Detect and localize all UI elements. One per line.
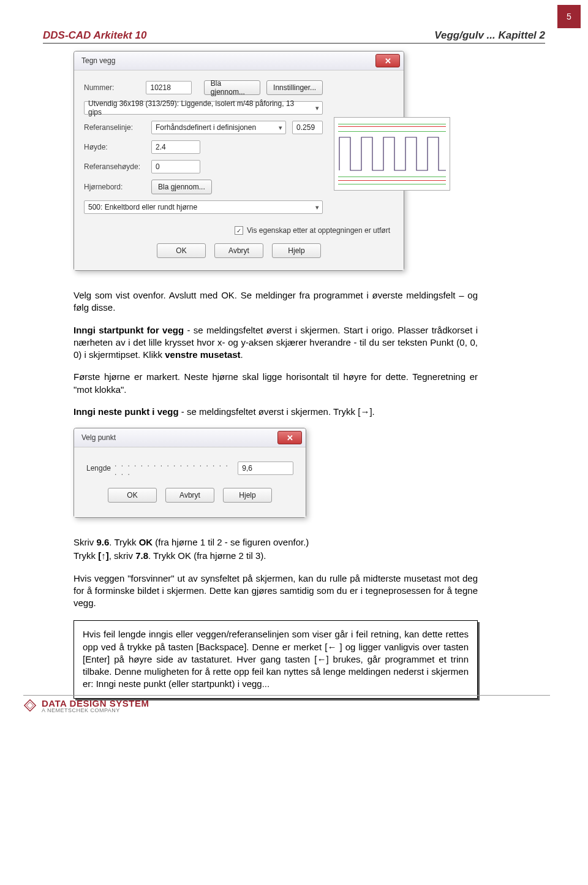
para-4: Inngi neste punkt i vegg - se meldingsfe… (74, 406, 478, 418)
svg-marker-1 (27, 702, 34, 709)
lengde-input[interactable]: 9,6 (238, 461, 293, 475)
dialog2-avbryt-button[interactable]: Avbryt (165, 488, 214, 503)
referanselinje-num[interactable]: 0.259 (292, 121, 323, 134)
dialog2-close-button[interactable]: ✕ (277, 431, 302, 444)
show-props-label: Vis egenskap etter at opptegningen er ut… (247, 226, 390, 235)
bla-gjennom-button[interactable]: Bla gjennom... (204, 80, 260, 95)
dialog2-hjelp-button[interactable]: Hjelp (223, 488, 272, 503)
para-5: Skriv 9.6. Trykk OK (fra hjørne 1 til 2 … (74, 536, 478, 549)
innstillinger-button[interactable]: Innstillinger... (266, 80, 323, 95)
referanselinje-label: Referanselinje: (84, 123, 145, 132)
dialog2-ok-button[interactable]: OK (108, 488, 157, 503)
header-left: DDS-CAD Arkitekt 10 (43, 29, 146, 42)
type-dropdown[interactable]: Utvendig 36x198 (313/259): Liggende, iso… (84, 101, 323, 115)
page-number: 5 (557, 5, 581, 28)
para-7: Hvis veggen "forsvinner" ut av synsfelte… (74, 572, 478, 610)
referanselinje-dropdown[interactable]: Forhåndsdefinert i definisjonen (151, 121, 286, 134)
avbryt-button[interactable]: Avbryt (214, 243, 263, 258)
hjornebord-bla-gjennom[interactable]: Bla gjennom... (151, 180, 212, 194)
wall-preview (334, 117, 450, 191)
refh-label: Referansehøyde: (84, 162, 145, 171)
hjornebord-dropdown[interactable]: 500: Enkeltbord eller rundt hjørne (84, 200, 323, 214)
lengde-dots: . . . . . . . . . . . . . . . . . . . . … (115, 460, 234, 477)
nummer-label: Nummer: (84, 83, 140, 92)
dialog-title: Tegn vegg (81, 56, 115, 65)
lengde-label: Lengde (86, 464, 111, 473)
page-footer: DATA DESIGN SYSTEM A NEMETSCHEK COMPANY (23, 695, 550, 713)
para-6: Trykk [↑], skriv 7.8. Trykk OK (fra hjør… (74, 550, 478, 562)
dialog2-title: Velg punkt (81, 433, 116, 442)
note-box: Hvis feil lengde inngis eller veggen/ref… (74, 620, 478, 698)
page-header: DDS-CAD Arkitekt 10 Vegg/gulv ... Kapitt… (43, 29, 545, 44)
dds-logo-icon (23, 699, 37, 712)
footer-brand: DATA DESIGN SYSTEM (42, 698, 149, 708)
para-2: Inngi startpunkt for vegg - se meldingsf… (74, 324, 478, 362)
dialog-tegn-vegg: Tegn vegg ✕ Nummer: 10218 Bla gjennom...… (74, 51, 404, 271)
dialog-velg-punkt: Velg punkt ✕ Lengde . . . . . . . . . . … (74, 428, 306, 518)
hoyde-label: Høyde: (84, 143, 145, 151)
header-right: Vegg/gulv ... Kapittel 2 (434, 29, 545, 42)
hjornebord-label: Hjørnebord: (84, 183, 145, 191)
hjelp-button[interactable]: Hjelp (272, 243, 321, 258)
refh-input[interactable]: 0 (151, 160, 200, 173)
close-button[interactable]: ✕ (375, 54, 400, 67)
para-1: Velg som vist ovenfor. Avslutt med OK. S… (74, 289, 478, 314)
svg-marker-0 (24, 700, 36, 711)
para-3: Første hjørne er markert. Neste hjørne s… (74, 371, 478, 396)
ok-button[interactable]: OK (157, 243, 206, 258)
hoyde-input[interactable]: 2.4 (151, 140, 200, 154)
show-props-checkbox[interactable]: ✓ (235, 226, 243, 235)
nummer-input[interactable]: 10218 (146, 81, 191, 94)
